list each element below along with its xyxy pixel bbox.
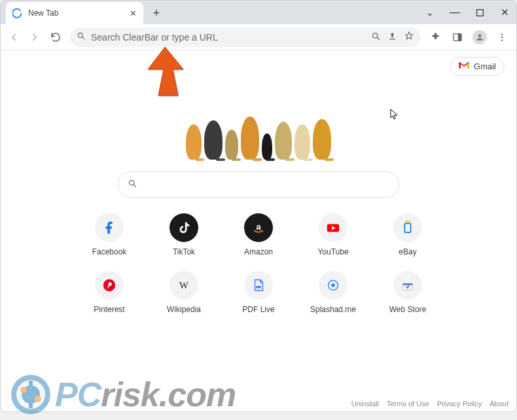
shortcut-label: Splashad.me (310, 305, 356, 314)
svg-point-11 (130, 180, 135, 185)
shortcut-label: eBay (399, 247, 416, 256)
svg-point-10 (501, 39, 503, 41)
tab-close-button[interactable]: ✕ (130, 9, 137, 18)
top-right-area: Gmail (1, 50, 516, 76)
chevron-down-icon[interactable]: ⌄ (422, 5, 438, 20)
shortcut-ebay[interactable]: eBay (374, 213, 442, 256)
shortcut-label: Facebook (92, 247, 127, 256)
svg-line-4 (377, 37, 379, 39)
gmail-chip[interactable]: Gmail (450, 57, 505, 76)
extensions-button[interactable] (426, 28, 444, 46)
pinterest-icon (95, 271, 124, 300)
svg-text:a: a (256, 222, 261, 232)
shortcut-label: PDF Live (242, 305, 274, 314)
shortcut-tiktok[interactable]: TikTok (150, 213, 218, 256)
browser-window: ⌄ — ✕ New Tab ✕ + Se (0, 0, 517, 412)
shortcut-youtube[interactable]: YouTube (299, 213, 367, 256)
kebab-menu-button[interactable] (493, 28, 511, 46)
shortcut-wikipedia[interactable]: W Wikipedia (150, 271, 218, 314)
svg-rect-15 (404, 224, 410, 233)
tab-title: New Tab (28, 9, 124, 18)
shortcut-pinterest[interactable]: Pinterest (75, 271, 143, 314)
forward-button[interactable] (26, 28, 44, 46)
shortcuts-grid: Facebook TikTok a Amazon YouTube (75, 213, 442, 314)
svg-line-12 (134, 184, 135, 186)
pdflive-icon (244, 271, 273, 300)
svg-text:W: W (179, 280, 188, 290)
footer-about-link[interactable]: About (490, 400, 508, 408)
svg-rect-0 (476, 9, 483, 16)
search-icon (128, 179, 137, 191)
gmail-icon (458, 61, 470, 72)
avatar-icon (472, 30, 487, 44)
watermark: PCrisk.com (10, 374, 236, 415)
amazon-icon: a (244, 213, 273, 242)
omnibox-placeholder: Search ClearBar or type a URL (91, 32, 366, 43)
shortcut-facebook[interactable]: Facebook (75, 213, 143, 256)
new-tab-button[interactable]: + (147, 4, 166, 22)
new-tab-content: Facebook TikTok a Amazon YouTube (1, 101, 516, 314)
reload-button[interactable] (46, 28, 65, 46)
ebay-icon (393, 213, 422, 242)
shortcut-amazon[interactable]: a Amazon (224, 213, 293, 256)
bookmark-star-icon[interactable] (404, 31, 414, 43)
tiktok-icon (169, 213, 198, 242)
window-minimize-button[interactable]: — (447, 5, 463, 20)
footer: Uninstall Terms of Use Privacy Policy Ab… (351, 400, 508, 408)
svg-point-1 (78, 33, 82, 37)
splashed-icon (319, 271, 348, 300)
search-icon (77, 31, 86, 43)
window-controls: ⌄ — ✕ (422, 5, 512, 20)
sidepanel-button[interactable] (448, 28, 467, 46)
svg-point-29 (35, 396, 41, 402)
svg-point-7 (478, 34, 482, 37)
shortcut-label: Web Store (389, 305, 426, 314)
webstore-icon (393, 271, 422, 300)
shortcut-label: YouTube (317, 247, 348, 256)
page-search-input[interactable] (118, 171, 399, 198)
doodle-image (173, 101, 344, 160)
pcrisk-logo-icon (10, 374, 51, 415)
shortcut-label: TikTok (173, 247, 195, 256)
omnibox[interactable]: Search ClearBar or type a URL (70, 27, 421, 47)
svg-rect-22 (403, 283, 413, 285)
profile-button[interactable] (471, 28, 489, 46)
shortcut-label: Wikipedia (167, 305, 201, 314)
svg-line-2 (82, 37, 84, 39)
svg-point-3 (373, 33, 378, 38)
window-close-button[interactable]: ✕ (497, 5, 512, 20)
svg-point-20 (331, 283, 335, 287)
gmail-label: Gmail (474, 61, 496, 71)
footer-privacy-link[interactable]: Privacy Policy (437, 400, 482, 408)
svg-point-9 (501, 36, 503, 37)
svg-point-28 (20, 387, 27, 393)
wikipedia-icon: W (169, 271, 198, 300)
svg-rect-30 (29, 381, 33, 387)
svg-rect-31 (29, 402, 33, 408)
shortcut-splashed[interactable]: Splashad.me (299, 271, 367, 314)
footer-terms-link[interactable]: Terms of Use (387, 400, 429, 408)
svg-point-24 (407, 286, 409, 288)
youtube-icon (319, 213, 348, 242)
footer-uninstall-link[interactable]: Uninstall (351, 400, 379, 408)
svg-rect-6 (458, 33, 461, 41)
clearbar-favicon-icon (12, 8, 23, 18)
back-button[interactable] (5, 28, 23, 46)
shortcut-pdflive[interactable]: PDF Live (224, 271, 293, 314)
shortcut-webstore[interactable]: Web Store (374, 271, 442, 314)
window-maximize-button[interactable] (472, 5, 488, 20)
svg-rect-18 (256, 286, 260, 289)
facebook-icon (95, 213, 124, 242)
tab-new-tab[interactable]: New Tab ✕ (6, 2, 143, 24)
shortcut-label: Pinterest (94, 305, 124, 314)
svg-point-8 (501, 33, 503, 35)
lens-icon[interactable] (371, 31, 381, 43)
watermark-text: PCrisk.com (55, 375, 236, 414)
toolbar: Search ClearBar or type a URL (1, 24, 516, 50)
share-icon[interactable] (387, 31, 397, 43)
shortcut-label: Amazon (244, 247, 273, 256)
